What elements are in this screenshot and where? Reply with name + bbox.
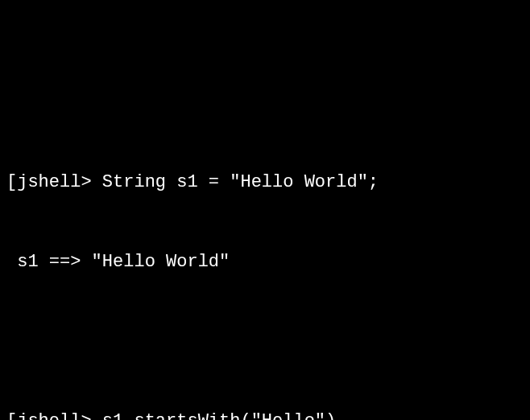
terminal-line: [jshell> s1.startsWith("Hello") <box>6 408 524 420</box>
terminal-output[interactable]: [jshell> String s1 = "Hello World"; s1 =… <box>6 116 524 420</box>
terminal-line: [jshell> String s1 = "Hello World"; <box>6 169 524 196</box>
terminal-line <box>6 328 524 355</box>
terminal-line: s1 ==> "Hello World" <box>6 249 524 275</box>
